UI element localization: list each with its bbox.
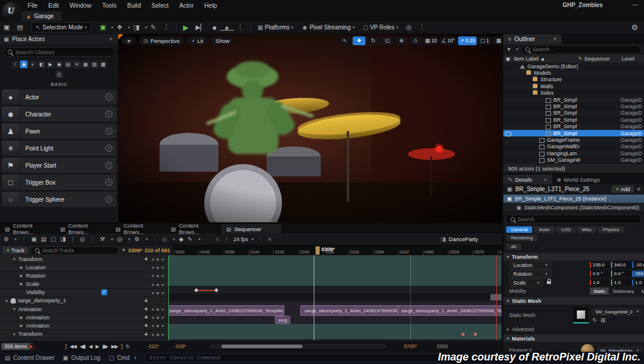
visual-effects-icon[interactable]: ✳	[73, 61, 81, 68]
menu-item[interactable]: Tools	[97, 2, 122, 9]
recently-placed-icon[interactable]: ◔	[11, 61, 19, 68]
outliner-row[interactable]: GarageWallEr GarageD	[503, 143, 644, 150]
filter-chip-all[interactable]: All	[506, 243, 521, 250]
rotation-x-field[interactable]: 0.0 °	[590, 271, 610, 277]
settings-gear-icon[interactable]: ⚙	[631, 23, 638, 32]
save-icon[interactable]: ▣	[0, 24, 13, 31]
toolbar-kebab2-icon[interactable]: ⋮	[415, 24, 429, 31]
static-mesh-section-header[interactable]: ▾ Static Mesh	[503, 297, 644, 305]
keyframe-nav-icons[interactable]: ◄ ◆ ►	[151, 290, 165, 295]
outliner-row[interactable]: Sides	[503, 90, 644, 96]
editor-modes-icon[interactable]: ✎	[147, 24, 160, 31]
help-icon[interactable]: ?	[105, 145, 112, 152]
pixel-streaming-dropdown[interactable]: ☻ Pixel Streaming ▾	[298, 23, 359, 32]
expander-icon[interactable]	[20, 323, 26, 328]
save-icon[interactable]: ▣	[31, 236, 36, 242]
use-selected-icon[interactable]: ↻	[592, 317, 597, 323]
show-dropdown[interactable]: Show	[211, 36, 234, 45]
outliner-row[interactable]: BR_Simpl GarageD	[503, 123, 644, 130]
timeline-ruler[interactable]: 0000004800960144019202400288033603840432…	[172, 245, 502, 255]
transform-section-header[interactable]: ▾ Transform	[503, 253, 644, 261]
filter-chip[interactable]: General	[506, 226, 532, 233]
transport-button[interactable]: ▶	[95, 343, 99, 349]
transport-button[interactable]: ↻	[125, 343, 129, 349]
place-actor-item[interactable]: ☀ Point Light ?	[2, 141, 117, 156]
lock-icon[interactable]	[547, 281, 551, 284]
mobility-option[interactable]: Static	[590, 288, 609, 295]
close-icon[interactable]: ×	[553, 36, 557, 42]
scale-dropdown[interactable]: Scale ▾	[509, 279, 543, 287]
mobility-option[interactable]: Stationary	[609, 288, 638, 295]
expander-icon[interactable]	[12, 257, 18, 261]
lit-dropdown[interactable]: ◐ Lit	[187, 36, 208, 45]
filter-chip[interactable]: LOD	[556, 226, 575, 233]
expander-icon[interactable]	[5, 299, 11, 303]
keyframe-options-icon[interactable]: ◇	[162, 236, 167, 242]
fps-dropdown[interactable]: 24 fps ▾	[234, 236, 254, 242]
track-row[interactable]: Visibility ✓ + ◄ ◆ ►	[0, 289, 168, 297]
track-row[interactable]: Rotation ✓ + ◄ ◆ ►	[0, 272, 168, 280]
outliner-row[interactable]: SM_GarageW GarageD	[503, 156, 644, 163]
menu-item[interactable]: Build	[122, 2, 146, 9]
place-actor-item[interactable]: ⚑ Player Start ?	[2, 158, 117, 173]
edit-mode-icon[interactable]: ✎	[188, 236, 192, 242]
rotation-y-field[interactable]: 0.0 °	[611, 271, 631, 277]
world-space-icon[interactable]: ⊕	[395, 36, 408, 45]
filter-chip[interactable]: Actor	[534, 226, 555, 233]
details-tab[interactable]: ✎ Details ×	[503, 175, 552, 184]
add-section-icon[interactable]: +	[144, 331, 148, 338]
outliner-tab[interactable]: ≡ Outliner ×	[503, 34, 562, 44]
keyframe-dot[interactable]	[474, 333, 477, 336]
menu-item[interactable]: Help	[199, 2, 223, 9]
lights-icon[interactable]: ◐	[29, 61, 36, 68]
expander-icon[interactable]	[20, 265, 26, 270]
rotate-tool-icon[interactable]: ↻	[367, 36, 380, 45]
characters-icon[interactable]: ◉	[55, 61, 63, 68]
viewport-options-icon[interactable]: ≡	[122, 36, 136, 45]
view-options-icon[interactable]: ◎	[117, 236, 122, 242]
expander-icon[interactable]	[12, 307, 18, 311]
track-row[interactable]: sarge_danceparty_1 ✓ + ◄ ◆ ►	[0, 297, 168, 305]
location-y-field[interactable]: 340.0	[611, 262, 631, 268]
search-tracks-box[interactable]: Search Tracks	[31, 246, 119, 255]
static-mesh-dropdown[interactable]: SM_GarageWall_0 ▾	[592, 308, 642, 316]
range-end-value[interactable]: 2000	[437, 343, 448, 349]
help-icon[interactable]: ?	[105, 111, 112, 118]
transport-button[interactable]: [	[65, 343, 66, 349]
scale-snap-toggle[interactable]: ↗0.25	[458, 36, 477, 45]
location-z-field[interactable]: -10.0	[632, 262, 644, 268]
outliner-row[interactable]: GarageFrame GarageD	[503, 136, 644, 143]
scrollbar-thumb[interactable]	[221, 345, 303, 348]
viewport[interactable]: ≡ ◳ Perspective ◐ Lit Show ↖ ✚ ↻ ◱ ⊕ ◇ ▦…	[118, 34, 502, 222]
platforms-dropdown[interactable]: ▦ Platforms ▾	[254, 23, 298, 32]
all-classes-icon[interactable]: ▩	[99, 61, 107, 68]
curve-editor-icon[interactable]: ≈	[268, 236, 272, 242]
cmd-dropdown[interactable]: ▢ Cmd ▾	[108, 355, 136, 361]
animation-clip[interactable]: sarge_danceparty_1_Anim_2498137999936	[300, 305, 401, 316]
range-in-value[interactable]: -029*	[174, 343, 186, 349]
range-start-value[interactable]: -222*	[147, 343, 159, 349]
render-movie-icon[interactable]: ◨	[60, 236, 65, 242]
surface-snap-icon[interactable]: ◇	[409, 36, 422, 45]
console-command-input[interactable]: Enter Console Command	[145, 353, 438, 362]
filter-icon[interactable]: ▼	[121, 248, 126, 253]
menu-item[interactable]: Select	[146, 2, 174, 9]
component-row-instance[interactable]: ▣ BR_Simple_L3T1_Piece_25 (Instance)	[503, 195, 644, 203]
add-section-icon[interactable]: +	[144, 256, 148, 262]
grid-snap-toggle[interactable]: ▦10	[423, 36, 439, 45]
browse-to-asset-icon[interactable]: ▤	[600, 317, 606, 323]
keyframe-nav-icons[interactable]: ◄ ◆ ►	[151, 315, 165, 319]
camera-icon[interactable]: ▢	[51, 236, 56, 242]
place-actor-item[interactable]: ○ Trigger Sphere ?	[2, 192, 117, 207]
minimize-button[interactable]: —	[632, 1, 638, 8]
eye-icon[interactable]	[505, 132, 512, 136]
virtual-camera-icon[interactable]: ◎	[403, 24, 416, 31]
menu-item[interactable]: Actor	[174, 2, 199, 9]
bottom-tab[interactable]: ▤ Sequencer	[221, 224, 281, 233]
visibility-checkbox[interactable]: ✓	[101, 289, 107, 295]
bottom-tab[interactable]: ▤ Content Brows...	[0, 224, 55, 233]
cinematics-icon[interactable]: ◨	[130, 24, 143, 31]
keyframe-nav-icons[interactable]: ◄ ◆ ►	[151, 265, 165, 269]
expander-icon[interactable]	[20, 282, 26, 286]
bottom-tab[interactable]: ▤ Content Brows...	[166, 224, 221, 233]
